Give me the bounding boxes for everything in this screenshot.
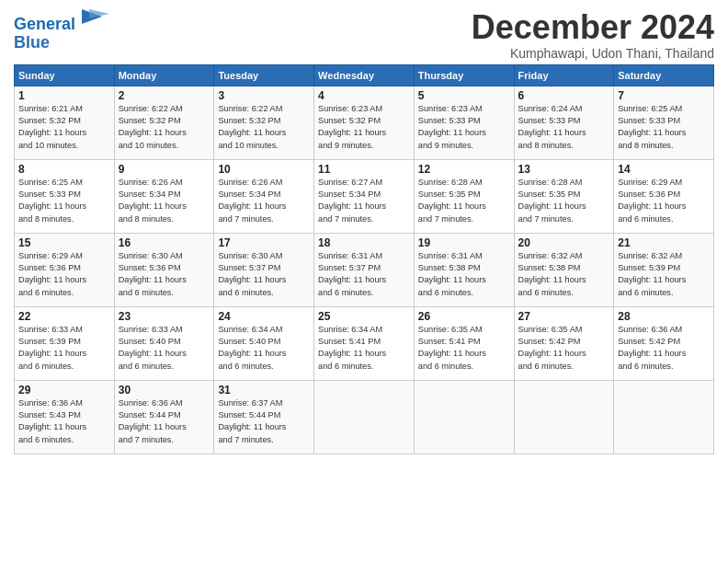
calendar-cell: 31Sunrise: 6:37 AMSunset: 5:44 PMDayligh… bbox=[214, 380, 314, 454]
info-line: and 6 minutes. bbox=[18, 434, 110, 446]
info-line: Sunset: 5:43 PM bbox=[18, 409, 110, 421]
info-line: Daylight: 11 hours bbox=[218, 127, 310, 139]
info-line: Sunset: 5:44 PM bbox=[218, 409, 310, 421]
calendar-cell: 9Sunrise: 6:26 AMSunset: 5:34 PMDaylight… bbox=[114, 159, 214, 233]
info-line: Sunrise: 6:32 AM bbox=[618, 250, 710, 262]
info-line: Daylight: 11 hours bbox=[418, 127, 510, 139]
info-line: Sunset: 5:38 PM bbox=[518, 262, 610, 274]
info-line: and 8 minutes. bbox=[119, 213, 210, 225]
info-line: Daylight: 11 hours bbox=[418, 274, 510, 286]
calendar-cell: 24Sunrise: 6:34 AMSunset: 5:40 PMDayligh… bbox=[214, 306, 314, 380]
info-line: Daylight: 11 hours bbox=[218, 274, 310, 286]
info-line: Sunset: 5:33 PM bbox=[418, 115, 510, 127]
info-line: Sunrise: 6:25 AM bbox=[618, 103, 710, 115]
info-line: Sunset: 5:40 PM bbox=[119, 336, 210, 348]
calendar-cell bbox=[614, 380, 714, 454]
cell-info: Sunrise: 6:30 AMSunset: 5:36 PMDaylight:… bbox=[119, 250, 210, 299]
info-line: Daylight: 11 hours bbox=[318, 127, 410, 139]
info-line: and 8 minutes. bbox=[518, 140, 610, 152]
day-number: 28 bbox=[618, 310, 710, 323]
calendar-cell: 21Sunrise: 6:32 AMSunset: 5:39 PMDayligh… bbox=[614, 233, 714, 306]
calendar-cell: 19Sunrise: 6:31 AMSunset: 5:38 PMDayligh… bbox=[414, 233, 514, 306]
calendar-body: 1Sunrise: 6:21 AMSunset: 5:32 PMDaylight… bbox=[15, 86, 714, 454]
col-thursday: Thursday bbox=[414, 64, 514, 86]
info-line: Daylight: 11 hours bbox=[18, 274, 110, 286]
calendar-table: Sunday Monday Tuesday Wednesday Thursday… bbox=[14, 64, 714, 454]
info-line: Daylight: 11 hours bbox=[618, 201, 710, 213]
col-monday: Monday bbox=[114, 64, 214, 86]
info-line: Sunrise: 6:34 AM bbox=[318, 324, 410, 336]
info-line: and 10 minutes. bbox=[18, 140, 110, 152]
day-number: 12 bbox=[418, 163, 510, 176]
info-line: Sunrise: 6:36 AM bbox=[618, 324, 710, 336]
info-line: Sunrise: 6:35 AM bbox=[518, 324, 610, 336]
col-friday: Friday bbox=[514, 64, 614, 86]
day-number: 24 bbox=[218, 310, 310, 323]
calendar-cell bbox=[514, 380, 614, 454]
day-number: 3 bbox=[218, 89, 310, 102]
calendar-cell: 23Sunrise: 6:33 AMSunset: 5:40 PMDayligh… bbox=[114, 306, 214, 380]
info-line: and 7 minutes. bbox=[119, 434, 210, 446]
info-line: Sunset: 5:35 PM bbox=[418, 189, 510, 201]
calendar-cell: 2Sunrise: 6:22 AMSunset: 5:32 PMDaylight… bbox=[114, 86, 214, 159]
info-line: Sunset: 5:34 PM bbox=[318, 189, 410, 201]
calendar-cell: 6Sunrise: 6:24 AMSunset: 5:33 PMDaylight… bbox=[514, 86, 614, 159]
info-line: and 6 minutes. bbox=[518, 361, 610, 373]
calendar-cell: 11Sunrise: 6:27 AMSunset: 5:34 PMDayligh… bbox=[314, 159, 415, 233]
info-line: and 6 minutes. bbox=[218, 287, 310, 299]
info-line: Daylight: 11 hours bbox=[119, 348, 210, 360]
logo-text: General bbox=[14, 13, 109, 34]
calendar-cell: 27Sunrise: 6:35 AMSunset: 5:42 PMDayligh… bbox=[514, 306, 614, 380]
info-line: Sunrise: 6:21 AM bbox=[18, 103, 110, 115]
day-number: 9 bbox=[119, 163, 210, 176]
info-line: and 6 minutes. bbox=[318, 361, 410, 373]
info-line: Sunrise: 6:32 AM bbox=[518, 250, 610, 262]
month-title: December 2024 bbox=[472, 9, 714, 46]
info-line: and 7 minutes. bbox=[518, 213, 610, 225]
day-number: 30 bbox=[119, 384, 210, 396]
info-line: Daylight: 11 hours bbox=[618, 348, 710, 360]
info-line: Daylight: 11 hours bbox=[418, 348, 510, 360]
calendar-cell: 16Sunrise: 6:30 AMSunset: 5:36 PMDayligh… bbox=[114, 233, 214, 306]
info-line: Sunrise: 6:34 AM bbox=[218, 324, 310, 336]
week-row-4: 22Sunrise: 6:33 AMSunset: 5:39 PMDayligh… bbox=[15, 306, 714, 380]
info-line: and 8 minutes. bbox=[18, 213, 110, 225]
info-line: and 8 minutes. bbox=[618, 140, 710, 152]
info-line: Sunset: 5:42 PM bbox=[618, 336, 710, 348]
cell-info: Sunrise: 6:23 AMSunset: 5:33 PMDaylight:… bbox=[418, 103, 510, 152]
calendar-cell: 13Sunrise: 6:28 AMSunset: 5:35 PMDayligh… bbox=[514, 159, 614, 233]
cell-info: Sunrise: 6:33 AMSunset: 5:39 PMDaylight:… bbox=[18, 324, 110, 373]
info-line: Daylight: 11 hours bbox=[218, 421, 310, 433]
info-line: Sunrise: 6:27 AM bbox=[318, 177, 410, 189]
day-number: 15 bbox=[18, 236, 110, 249]
title-block: December 2024 Kumphawapi, Udon Thani, Th… bbox=[472, 9, 714, 61]
day-number: 26 bbox=[418, 310, 510, 323]
info-line: and 9 minutes. bbox=[318, 140, 410, 152]
cell-info: Sunrise: 6:21 AMSunset: 5:32 PMDaylight:… bbox=[18, 103, 110, 152]
day-number: 2 bbox=[119, 89, 210, 102]
info-line: Daylight: 11 hours bbox=[218, 201, 310, 213]
calendar-cell: 14Sunrise: 6:29 AMSunset: 5:36 PMDayligh… bbox=[614, 159, 714, 233]
main-container: General Blue December 2024 Kumphawapi, U… bbox=[0, 0, 728, 464]
info-line: Sunset: 5:32 PM bbox=[119, 115, 210, 127]
info-line: and 6 minutes. bbox=[418, 287, 510, 299]
info-line: Sunset: 5:37 PM bbox=[218, 262, 310, 274]
info-line: and 7 minutes. bbox=[418, 213, 510, 225]
cell-info: Sunrise: 6:36 AMSunset: 5:42 PMDaylight:… bbox=[618, 324, 710, 373]
info-line: Sunrise: 6:31 AM bbox=[318, 250, 410, 262]
info-line: and 6 minutes. bbox=[18, 287, 110, 299]
col-saturday: Saturday bbox=[614, 64, 714, 86]
calendar-cell: 18Sunrise: 6:31 AMSunset: 5:37 PMDayligh… bbox=[314, 233, 415, 306]
calendar-cell bbox=[414, 380, 514, 454]
info-line: Sunset: 5:44 PM bbox=[119, 409, 210, 421]
logo-flag-icon bbox=[82, 9, 109, 29]
day-number: 7 bbox=[618, 89, 710, 102]
cell-info: Sunrise: 6:37 AMSunset: 5:44 PMDaylight:… bbox=[218, 397, 310, 446]
cell-info: Sunrise: 6:25 AMSunset: 5:33 PMDaylight:… bbox=[618, 103, 710, 152]
calendar-cell: 5Sunrise: 6:23 AMSunset: 5:33 PMDaylight… bbox=[414, 86, 514, 159]
info-line: Sunset: 5:32 PM bbox=[318, 115, 410, 127]
cell-info: Sunrise: 6:35 AMSunset: 5:41 PMDaylight:… bbox=[418, 324, 510, 373]
cell-info: Sunrise: 6:26 AMSunset: 5:34 PMDaylight:… bbox=[218, 177, 310, 225]
cell-info: Sunrise: 6:34 AMSunset: 5:41 PMDaylight:… bbox=[318, 324, 410, 373]
col-sunday: Sunday bbox=[15, 64, 115, 86]
